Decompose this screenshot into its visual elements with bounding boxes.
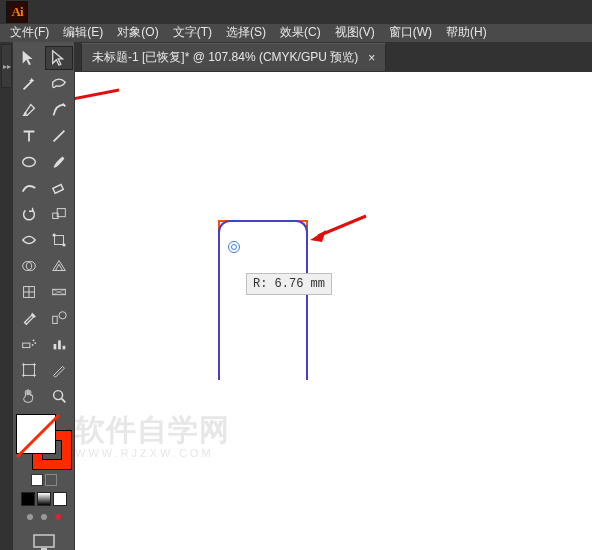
line-segment-tool[interactable] [45, 124, 73, 148]
svg-rect-20 [62, 346, 65, 350]
tool-grid [13, 42, 75, 410]
slice-tool[interactable] [45, 358, 73, 382]
shape-right-edge [306, 240, 308, 380]
svg-point-0 [24, 112, 27, 115]
svg-point-13 [59, 312, 66, 319]
watermark: 软件自学网 WWW.RJZXW.COM [75, 410, 230, 459]
type-tool[interactable] [15, 124, 43, 148]
width-tool[interactable] [15, 228, 43, 252]
magic-wand-tool[interactable] [15, 72, 43, 96]
zoom-tool[interactable] [45, 384, 73, 408]
blend-tool[interactable] [45, 306, 73, 330]
draw-behind-icon[interactable] [41, 514, 47, 520]
direct-selection-tool[interactable] [45, 46, 73, 70]
draw-mode-row [24, 510, 64, 524]
menu-text[interactable]: 文字(T) [173, 24, 212, 41]
menu-file[interactable]: 文件(F) [10, 24, 49, 41]
menu-object[interactable]: 对象(O) [117, 24, 158, 41]
toolbox [13, 42, 75, 550]
shape-builder-tool[interactable] [15, 254, 43, 278]
shape-top-arc [218, 220, 308, 260]
screen-mode-icon[interactable] [33, 534, 55, 550]
hand-tool[interactable] [15, 384, 43, 408]
svg-rect-18 [53, 344, 56, 349]
menu-edit[interactable]: 编辑(E) [63, 24, 103, 41]
shaper-tool[interactable] [15, 176, 43, 200]
mini-swatch-row [31, 474, 57, 486]
document-tab-bar: 未标题-1 [已恢复]* @ 107.84% (CMYK/GPU 预览) × [75, 42, 592, 72]
svg-rect-19 [58, 340, 61, 349]
scale-tool[interactable] [45, 202, 73, 226]
main-area: 未标题-1 [已恢复]* @ 107.84% (CMYK/GPU 预览) × [75, 42, 592, 550]
color-mode-solid[interactable] [21, 492, 35, 506]
color-mode-none[interactable] [53, 492, 67, 506]
mesh-tool[interactable] [15, 280, 43, 304]
svg-point-15 [32, 340, 34, 342]
ellipse-tool[interactable] [15, 150, 43, 174]
app-logo-text: Ai [12, 4, 23, 20]
draw-inside-icon[interactable] [55, 514, 61, 520]
annotation-arrow-tool [75, 86, 121, 110]
svg-point-16 [34, 342, 36, 344]
paintbrush-tool[interactable] [45, 150, 73, 174]
curvature-tool[interactable] [45, 98, 73, 122]
perspective-grid-tool[interactable] [45, 254, 73, 278]
color-mode-row [21, 492, 67, 506]
app-logo: Ai [6, 1, 28, 23]
free-transform-tool[interactable] [45, 228, 73, 252]
pen-tool[interactable] [15, 98, 43, 122]
workspace: ▸▸ [0, 42, 592, 550]
rotate-tool[interactable] [15, 202, 43, 226]
eraser-tool[interactable] [45, 176, 73, 200]
svg-rect-6 [52, 234, 55, 237]
fill-stroke-swatch[interactable] [16, 414, 72, 470]
selection-tool[interactable] [15, 46, 43, 70]
svg-point-1 [22, 158, 35, 167]
svg-point-22 [53, 391, 62, 400]
eyedropper-tool[interactable] [15, 306, 43, 330]
svg-rect-24 [34, 535, 54, 547]
shape-left-edge [218, 240, 220, 380]
menu-bar: 文件(F) 编辑(E) 对象(O) 文字(T) 选择(S) 效果(C) 视图(V… [0, 24, 592, 42]
radius-tooltip: R: 6.76 mm [246, 273, 332, 295]
watermark-url: WWW.RJZXW.COM [75, 447, 230, 459]
canvas[interactable]: R: 6.76 mm 软件自学网 WWW.RJZXW.COM [75, 72, 592, 550]
menu-effect[interactable]: 效果(C) [280, 24, 321, 41]
svg-rect-7 [62, 244, 65, 247]
close-tab-icon[interactable]: × [368, 51, 375, 65]
symbol-sprayer-tool[interactable] [15, 332, 43, 356]
gradient-tool[interactable] [45, 280, 73, 304]
fill-swatch[interactable] [16, 414, 56, 454]
menu-select[interactable]: 选择(S) [226, 24, 266, 41]
menu-help[interactable]: 帮助(H) [446, 24, 487, 41]
document-tab[interactable]: 未标题-1 [已恢复]* @ 107.84% (CMYK/GPU 预览) × [81, 43, 386, 71]
panel-gutter: ▸▸ [0, 42, 13, 550]
svg-rect-5 [54, 236, 63, 245]
live-corner-widget[interactable] [231, 244, 237, 250]
svg-rect-21 [23, 365, 34, 376]
draw-normal-icon[interactable] [27, 514, 33, 520]
svg-line-23 [17, 415, 59, 457]
lasso-tool[interactable] [45, 72, 73, 96]
document-tab-title: 未标题-1 [已恢复]* @ 107.84% (CMYK/GPU 预览) [92, 49, 358, 66]
svg-point-17 [31, 344, 33, 346]
menu-view[interactable]: 视图(V) [335, 24, 375, 41]
column-graph-tool[interactable] [45, 332, 73, 356]
annotation-arrow-corner [308, 212, 368, 242]
menu-window[interactable]: 窗口(W) [389, 24, 432, 41]
svg-rect-12 [52, 316, 57, 323]
default-fill-stroke-icon[interactable] [31, 474, 43, 486]
gutter-expand-button[interactable]: ▸▸ [1, 44, 12, 88]
watermark-text: 软件自学网 [75, 410, 230, 451]
app-root: Ai 文件(F) 编辑(E) 对象(O) 文字(T) 选择(S) 效果(C) 视… [0, 0, 592, 550]
svg-rect-14 [22, 343, 29, 348]
artboard-tool[interactable] [15, 358, 43, 382]
svg-rect-2 [52, 185, 62, 194]
swap-fill-stroke-icon[interactable] [45, 474, 57, 486]
color-mode-gradient[interactable] [37, 492, 51, 506]
titlebar: Ai [0, 0, 592, 24]
